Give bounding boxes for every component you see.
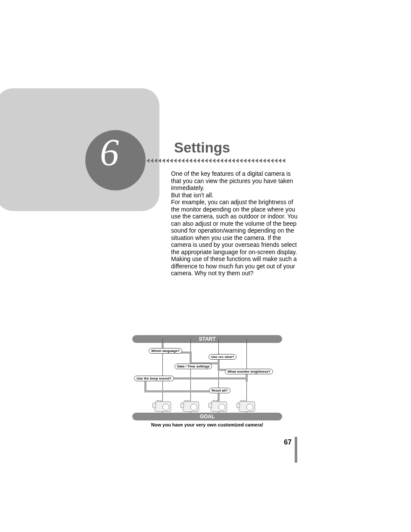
body-paragraph: One of the key features of a digital cam… bbox=[171, 170, 293, 191]
flowchart: START Which language? Use rec view? Date… bbox=[132, 335, 282, 421]
flow-node-brightness: What monitor brightness? bbox=[225, 369, 273, 374]
camera-icon bbox=[182, 400, 199, 411]
camera-icon bbox=[238, 400, 255, 411]
flow-node-datetime: Date / Time settings bbox=[174, 364, 212, 369]
flow-path bbox=[144, 390, 220, 392]
flowchart-start-bar: START bbox=[132, 335, 282, 343]
decorative-arrow-row bbox=[146, 159, 302, 164]
chapter-number: 6 bbox=[100, 134, 119, 171]
camera-icon bbox=[154, 400, 171, 411]
flow-node-beep: Use the beep sound? bbox=[134, 376, 174, 381]
flow-node-recview: Use rec view? bbox=[209, 354, 237, 360]
camera-icon bbox=[210, 400, 227, 411]
page-number: 67 bbox=[284, 439, 292, 446]
body-paragraph: For example, you can adjust the brightne… bbox=[171, 199, 297, 277]
body-paragraph: But that isn't all. bbox=[171, 192, 213, 199]
page-title: Settings bbox=[174, 140, 230, 156]
body-text: One of the key features of a digital cam… bbox=[171, 170, 299, 277]
flow-node-reset: Reset all? bbox=[209, 388, 230, 393]
flowchart-caption: Now you have your very own customized ca… bbox=[132, 422, 282, 427]
flowchart-goal-bar: GOAL bbox=[132, 413, 282, 420]
flow-node-language: Which language? bbox=[149, 348, 182, 354]
manual-page: 6 Settings One of the key features of a … bbox=[0, 0, 411, 532]
thumb-tab bbox=[295, 437, 297, 463]
